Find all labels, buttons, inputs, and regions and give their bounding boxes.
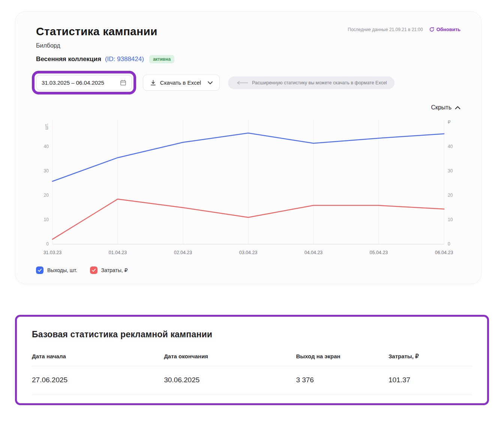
download-excel-label: Скачать в Excel [160,79,201,86]
svg-text:40: 40 [44,144,49,149]
column-header: Затраты, ₽ [388,353,472,360]
stats-table-body: 27.06.202530.06.20253 376101.37 [32,366,472,395]
table-cell: 30.06.2025 [164,376,296,384]
stats-table-head: Дата началаДата окончанияВыход на экранЗ… [32,353,472,366]
stats-card: Статистика кампании Билборд Весенняя кол… [15,11,482,284]
date-range-annotation-highlight: 31.03.2025 – 06.04.2025 [32,71,136,94]
column-header: Выход на экран [296,353,388,360]
svg-text:10: 10 [44,217,49,222]
excel-hint-text: Расширенную статистику вы можете скачать… [252,80,387,85]
column-header: Дата окончания [164,353,296,360]
svg-text:0: 0 [46,241,49,247]
card-header: Статистика кампании Билборд Весенняя кол… [36,25,460,63]
svg-text:₽: ₽ [448,120,451,125]
svg-text:20: 20 [448,193,453,198]
table-cell: 27.06.2025 [32,376,164,384]
status-badge: активна [149,55,174,63]
legend-label: Выходы, шт. [47,267,77,273]
hide-chart-toggle[interactable]: Скрыть [36,104,460,111]
svg-text:31.03.23: 31.03.23 [44,250,62,255]
checkbox-checked-icon [90,266,98,274]
campaign-name: Весенняя коллекция [36,55,101,63]
table-title: Базовая статистика рекламной кампании [32,329,472,340]
svg-text:05.04.23: 05.04.23 [370,250,388,255]
refresh-label: Обновить [436,27,460,32]
table-cell: 3 376 [296,376,388,384]
svg-text:03.04.23: 03.04.23 [239,250,258,255]
chart-legend: Выходы, шт. Затраты, ₽ [36,266,460,274]
excel-hint-tooltip: Расширенную статистику вы можете скачать… [228,76,394,89]
legend-checkbox-1[interactable]: Затраты, ₽ [90,266,128,274]
campaign-id-link[interactable]: (ID: 9388424) [105,55,144,63]
last-data-timestamp: Последние данные 21.09.21 в 21:00 [348,27,423,32]
column-header: Дата начала [32,353,164,360]
chevron-down-icon [208,81,213,84]
page: Статистика кампании Билборд Весенняя кол… [0,0,504,405]
hide-label: Скрыть [431,104,452,111]
arrow-left-icon [236,81,248,85]
svg-text:30: 30 [44,168,49,174]
calendar-icon [120,79,126,86]
chevron-up-icon [455,106,460,109]
svg-text:01.04.23: 01.04.23 [109,250,127,255]
download-excel-button[interactable]: Скачать в Excel [143,75,220,91]
svg-text:20: 20 [44,193,49,198]
legend-label: Затраты, ₽ [101,267,128,273]
svg-text:02.04.23: 02.04.23 [174,250,192,255]
page-title: Статистика кампании [36,25,174,38]
card-header-left: Статистика кампании Билборд Весенняя кол… [36,25,174,63]
campaign-type-label: Билборд [36,42,174,49]
basic-stats-card: Базовая статистика рекламной кампании Да… [15,315,489,405]
campaign-row: Весенняя коллекция (ID: 9388424) активна [36,55,174,63]
svg-text:30: 30 [448,168,453,174]
campaign-chart: 001010202030304040шт.₽31.03.2301.04.2302… [36,114,460,262]
refresh-icon [429,27,435,32]
legend-checkbox-0[interactable]: Выходы, шт. [36,266,77,274]
svg-text:40: 40 [448,144,453,149]
svg-text:0: 0 [448,241,450,247]
date-range-input[interactable]: 31.03.2025 – 06.04.2025 [36,75,132,90]
svg-text:шт.: шт. [44,123,49,130]
svg-text:10: 10 [448,217,453,222]
date-range-value: 31.03.2025 – 06.04.2025 [42,79,104,86]
card-header-right: Последние данные 21.09.21 в 21:00 Обнови… [348,25,460,32]
table-row: 27.06.202530.06.20253 376101.37 [32,366,472,395]
download-icon [150,79,156,86]
svg-text:04.04.23: 04.04.23 [304,250,323,255]
checkbox-checked-icon [36,266,44,274]
refresh-button[interactable]: Обновить [429,27,460,32]
table-cell: 101.37 [388,376,472,384]
toolbar: 31.03.2025 – 06.04.2025 [36,71,460,94]
svg-text:06.04.23: 06.04.23 [435,250,453,255]
